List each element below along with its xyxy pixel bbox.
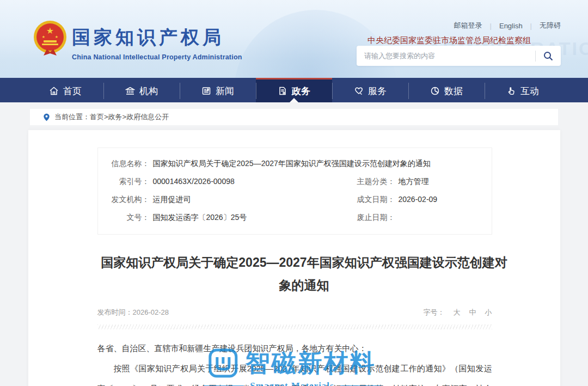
table-row: 索引号： 00001463X/2026-00098 主题分类： 地方管理 [98, 173, 492, 191]
search-button[interactable] [536, 46, 561, 66]
topic-category-value: 地方管理 [395, 173, 429, 191]
topic-category-label: 主题分类： [344, 173, 395, 191]
institution-icon [125, 86, 135, 96]
nav-item-services[interactable]: 服务 [332, 78, 408, 102]
article-meta: 发布时间：2026-02-28 字号： 大 中 小 [97, 308, 492, 317]
svg-text:★: ★ [42, 35, 45, 39]
site-title-english: China National Intellectual Property Adm… [72, 53, 242, 61]
written-date-value: 2026-02-09 [395, 191, 438, 209]
link-separator: | [490, 22, 492, 30]
font-size-controls: 字号： 大 中 小 [424, 308, 492, 317]
publish-date: 2026-02-28 [133, 308, 169, 316]
site-logo-text: 国家知识产权局 China National Intellectual Prop… [72, 25, 242, 61]
hatched-divider [97, 324, 492, 329]
newspaper-icon [201, 86, 211, 96]
index-number-value: 00001463X/2026-00098 [150, 173, 235, 191]
font-size-label: 字号： [424, 308, 445, 317]
mail-login-link[interactable]: 邮箱登录 [454, 21, 482, 30]
nav-item-news[interactable]: 新闻 [180, 78, 256, 102]
publish-time-label: 发布时间： [97, 308, 133, 316]
info-name-value: 国家知识产权局关于确定2025—2027年国家知识产权强国建设示范创建对象的通知 [150, 155, 476, 173]
link-separator: | [530, 22, 532, 30]
breadcrumb-prefix: 当前位置： [54, 112, 90, 122]
document-number-value: 国知发运函字〔2026〕25号 [150, 209, 247, 226]
accessibility-link[interactable]: 无障碍 [540, 21, 561, 30]
discipline-inspection-link[interactable]: 中央纪委国家监委驻市场监管总局纪检监察组 [367, 35, 531, 46]
site-title: 国家知识产权局 [72, 25, 242, 50]
nav-item-interaction[interactable]: 互动 [485, 78, 561, 102]
article-title: 国家知识产权局关于确定2025—2027年国家知识产权强国建设示范创建对象的通知 [97, 251, 511, 297]
font-size-small-button[interactable]: 小 [485, 308, 492, 317]
issuing-agency-value: 运用促进司 [150, 191, 191, 209]
svg-text:★: ★ [55, 35, 58, 39]
publish-time: 发布时间：2026-02-28 [97, 308, 169, 317]
index-number-label: 索引号： [98, 173, 150, 191]
nav-item-government-affairs[interactable]: 政务 [256, 78, 332, 102]
site-header: ADMINISTRATION ★ ★ ★ 国家知识产权局 China Natio… [0, 0, 588, 78]
article-body: 各省、自治区、直辖市和新疆生产建设兵团知识产权局，各地方有关中心： 按照《国家知… [97, 338, 492, 386]
nav-item-home[interactable]: 首页 [27, 78, 103, 102]
nav-label: 新闻 [216, 85, 234, 97]
issuing-agency-label: 发文机构： [98, 191, 150, 209]
national-emblem-logo: ★ ★ ★ [33, 20, 68, 60]
document-number-label: 文号： [98, 209, 150, 226]
english-link[interactable]: English [499, 22, 523, 30]
written-date-label: 成文日期： [344, 191, 395, 209]
svg-text:★: ★ [46, 26, 54, 35]
table-row: 发文机构： 运用促进司 成文日期： 2026-02-09 [98, 191, 492, 209]
breadcrumb-path[interactable]: 首页>政务>政府信息公开 [90, 112, 169, 122]
location-pin-icon [43, 113, 50, 121]
table-row: 文号： 国知发运函字〔2026〕25号 废止日期： [98, 209, 492, 226]
font-size-large-button[interactable]: 大 [454, 308, 461, 317]
breadcrumb: 当前位置： 首页>政务>政府信息公开 [30, 109, 558, 125]
hand-pointer-icon [506, 86, 516, 96]
nav-item-organization[interactable]: 机构 [103, 78, 180, 102]
salutation-paragraph: 各省、自治区、直辖市和新疆生产建设兵团知识产权局，各地方有关中心： [97, 338, 492, 358]
home-icon [49, 86, 59, 96]
pie-chart-icon [430, 86, 440, 96]
nav-label: 互动 [520, 85, 539, 97]
search-bar [357, 46, 561, 66]
nav-label: 首页 [63, 85, 82, 97]
nav-label: 数据 [444, 85, 463, 97]
font-size-medium-button[interactable]: 中 [469, 308, 476, 317]
nav-item-data[interactable]: 数据 [408, 78, 485, 102]
search-input[interactable] [357, 52, 535, 60]
article-card: 信息名称： 国家知识产权局关于确定2025—2027年国家知识产权强国建设示范创… [28, 130, 560, 386]
document-info-table: 信息名称： 国家知识产权局关于确定2025—2027年国家知识产权强国建设示范创… [97, 148, 492, 235]
main-navigation: 首页 机构 新闻 政务 服务 数据 互动 [0, 78, 588, 102]
utility-links: 邮箱登录 | English | 无障碍 [454, 21, 561, 30]
info-name-label: 信息名称： [98, 155, 150, 173]
heart-hand-icon [354, 86, 364, 96]
nav-label: 服务 [368, 85, 387, 97]
search-icon [543, 51, 554, 62]
document-icon [278, 86, 287, 96]
body-paragraph: 按照《国家知识产权局关于组织开展2025—2027年知识产权强国建设示范创建工作… [97, 358, 492, 386]
breadcrumb-wrapper: 当前位置： 首页>政务>政府信息公开 [0, 102, 588, 125]
nav-label: 政务 [292, 85, 310, 97]
repeal-date-label: 废止日期： [344, 209, 395, 226]
table-row: 信息名称： 国家知识产权局关于确定2025—2027年国家知识产权强国建设示范创… [98, 155, 492, 173]
repeal-date-value [395, 209, 399, 226]
nav-label: 机构 [139, 85, 158, 97]
